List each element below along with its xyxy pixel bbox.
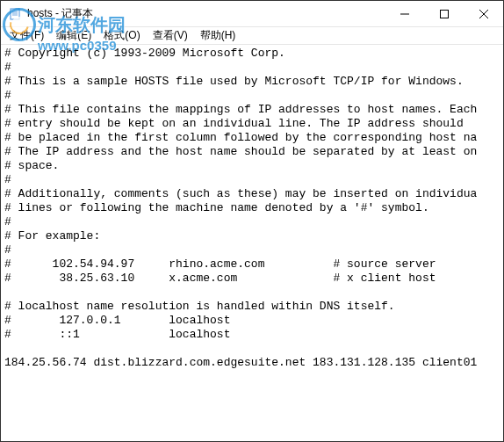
menu-format[interactable]: 格式(O)	[98, 26, 145, 45]
menu-edit[interactable]: 编辑(E)	[51, 26, 97, 45]
maximize-button[interactable]	[424, 1, 464, 27]
minimize-button[interactable]	[385, 1, 424, 27]
notepad-icon	[8, 7, 22, 21]
svg-rect-0	[11, 9, 19, 19]
window-controls	[385, 1, 503, 26]
titlebar: hosts - 记事本	[1, 1, 503, 27]
window-title: hosts - 记事本	[27, 6, 93, 21]
menubar: 文件(F) 编辑(E) 格式(O) 查看(V) 帮助(H)	[1, 27, 503, 45]
menu-help[interactable]: 帮助(H)	[195, 26, 241, 45]
close-button[interactable]	[464, 1, 503, 27]
svg-rect-5	[440, 11, 448, 18]
menu-file[interactable]: 文件(F)	[4, 26, 49, 45]
text-editor-content[interactable]: # Copyright (c) 1993-2009 Microsoft Corp…	[1, 45, 503, 372]
menu-view[interactable]: 查看(V)	[148, 26, 193, 45]
